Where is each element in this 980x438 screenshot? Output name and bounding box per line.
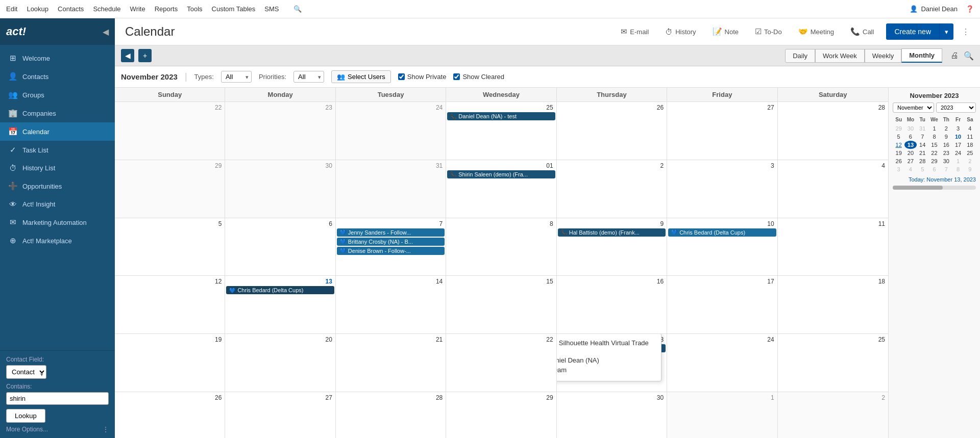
mini-day[interactable]: 5: [917, 165, 928, 173]
cal-cell-nov12[interactable]: 12: [115, 276, 225, 333]
mini-day[interactable]: 29: [928, 157, 940, 165]
sidebar-item-contacts[interactable]: 👤 Contacts: [0, 67, 115, 86]
event-brittany[interactable]: 💙 Brittany Crosby (NA) - B...: [337, 238, 445, 246]
mini-day[interactable]: 26: [893, 157, 904, 165]
mini-day[interactable]: 3: [893, 165, 904, 173]
menu-lookup[interactable]: Lookup: [27, 5, 48, 13]
types-select[interactable]: All: [221, 71, 252, 83]
cal-cell-nov25[interactable]: 25 📞 Daniel Dean (NA) - test: [446, 102, 556, 160]
lookup-button[interactable]: Lookup: [6, 409, 45, 423]
mini-day[interactable]: 14: [917, 141, 928, 149]
show-private-checkbox-label[interactable]: Show Private: [398, 73, 447, 81]
cal-cell-nov22[interactable]: 22: [446, 334, 556, 392]
mini-day[interactable]: 7: [940, 165, 952, 173]
show-cleared-checkbox-label[interactable]: Show Cleared: [453, 73, 504, 81]
event-shirin[interactable]: 📞 Shirin Saleen (demo) (Fra...: [447, 170, 555, 178]
mini-day[interactable]: 30: [940, 157, 952, 165]
cal-cell-oct24[interactable]: 24: [336, 102, 446, 160]
mini-day[interactable]: 2: [964, 157, 976, 165]
mini-day[interactable]: 1: [928, 124, 940, 133]
cal-cell-nov29[interactable]: 29: [446, 392, 556, 438]
cal-cell-nov19[interactable]: 19: [115, 334, 225, 392]
cal-cell-nov10[interactable]: 10 💙 Chris Bedard (Delta Cups): [667, 218, 777, 276]
mini-day[interactable]: 9: [964, 165, 976, 173]
cal-cell-oct22[interactable]: 22: [115, 102, 225, 160]
mini-day[interactable]: 19: [893, 149, 904, 157]
sidebar-collapse-icon[interactable]: ◀: [103, 27, 109, 37]
cal-cell-nov16[interactable]: 16: [557, 276, 667, 333]
mini-day[interactable]: 24: [952, 149, 964, 157]
cal-cell-oct30[interactable]: 30: [225, 160, 335, 218]
mini-day[interactable]: 1: [952, 157, 964, 165]
mini-day[interactable]: 12: [893, 141, 904, 149]
mini-day-today[interactable]: 13: [904, 141, 916, 149]
view-workweek-button[interactable]: Work Week: [815, 49, 865, 63]
cal-cell-nov26[interactable]: 26: [115, 392, 225, 438]
mini-month-select[interactable]: November: [893, 102, 934, 113]
cal-cell-dec02[interactable]: 2: [778, 392, 888, 438]
cal-cell-nov18[interactable]: 18: [778, 276, 888, 333]
cal-cell-nov28[interactable]: 28: [778, 102, 888, 160]
mini-day[interactable]: 8: [952, 165, 964, 173]
select-users-button[interactable]: 👥 Select Users: [331, 70, 391, 83]
menu-reports[interactable]: Reports: [155, 5, 178, 13]
mini-day[interactable]: 6: [928, 165, 940, 173]
contact-field-select[interactable]: Contact: [6, 365, 46, 379]
app-logo[interactable]: act!: [6, 25, 26, 38]
sidebar-item-history-list[interactable]: ⏱ History List: [0, 159, 115, 177]
call-button[interactable]: 📞 Call: [846, 25, 878, 38]
cal-cell-nov26[interactable]: 26: [557, 102, 667, 160]
contains-input[interactable]: [6, 392, 109, 405]
cal-cell-oct23[interactable]: 23: [225, 102, 335, 160]
cal-next-button[interactable]: +: [138, 49, 152, 62]
menu-tools[interactable]: Tools: [187, 5, 202, 13]
create-new-dropdown-button[interactable]: ▾: [939, 23, 953, 40]
cal-prev-button[interactable]: ◀: [121, 49, 134, 62]
mini-cal-scrollbar[interactable]: [893, 186, 976, 190]
mini-day[interactable]: 28: [917, 157, 928, 165]
mini-day[interactable]: 10: [952, 133, 964, 141]
mini-day[interactable]: 20: [904, 149, 916, 157]
mini-day[interactable]: 8: [928, 133, 940, 141]
cal-cell-nov25b[interactable]: 25: [778, 334, 888, 392]
cal-cell-oct29[interactable]: 29: [115, 160, 225, 218]
sidebar-item-companies[interactable]: 🏢 Companies: [0, 104, 115, 122]
menu-write[interactable]: Write: [130, 5, 145, 13]
event-chris-meeting[interactable]: 💙 Chris Bedard (Delta Cups): [226, 286, 334, 294]
event-hal[interactable]: 📞 Hal Battisto (demo) (Frank...: [558, 228, 666, 237]
cal-cell-nov02[interactable]: 2: [557, 160, 667, 218]
cal-cell-nov14[interactable]: 14: [336, 276, 446, 333]
cal-cell-nov27b[interactable]: 27: [225, 392, 335, 438]
meeting-button[interactable]: 🤝 Meeting: [794, 25, 838, 38]
view-monthly-button[interactable]: Monthly: [901, 48, 942, 63]
mini-day[interactable]: 22: [928, 149, 940, 157]
cal-cell-nov04[interactable]: 4: [778, 160, 888, 218]
mini-day[interactable]: 25: [964, 149, 976, 157]
mini-day[interactable]: 29: [893, 124, 904, 133]
create-new-button[interactable]: Create new: [886, 23, 939, 40]
cal-cell-dec01[interactable]: 1: [667, 392, 777, 438]
event-chris-todo[interactable]: 💙 Chris Bedard (Delta Cups): [668, 228, 776, 237]
mini-day[interactable]: 18: [964, 141, 976, 149]
event-jenny[interactable]: 💙 Jenny Sanders - Follow...: [337, 228, 445, 237]
more-options[interactable]: More Options... ⋮: [6, 426, 109, 433]
event-daniel-test[interactable]: 📞 Daniel Dean (NA) - test: [447, 112, 555, 120]
menu-custom-tables[interactable]: Custom Tables: [212, 5, 256, 13]
mini-day[interactable]: 30: [904, 124, 916, 133]
cal-cell-nov13[interactable]: 13 💙 Chris Bedard (Delta Cups): [225, 276, 335, 333]
toolbar-more-icon[interactable]: ⋮: [962, 27, 970, 37]
email-button[interactable]: ✉ E-mail: [617, 25, 653, 38]
search-icon[interactable]: 🔍: [293, 5, 302, 13]
priorities-select[interactable]: All: [293, 71, 324, 83]
sidebar-item-task-list[interactable]: ✓ Task List: [0, 141, 115, 159]
sidebar-item-calendar[interactable]: 📅 Calendar: [0, 122, 115, 141]
cal-cell-nov24[interactable]: 24: [667, 334, 777, 392]
mini-day[interactable]: 27: [904, 157, 916, 165]
cal-search-icon[interactable]: 🔍: [964, 51, 974, 61]
view-weekly-button[interactable]: Weekly: [865, 49, 901, 63]
print-icon[interactable]: 🖨: [950, 51, 959, 61]
sidebar-item-groups[interactable]: 👥 Groups: [0, 86, 115, 104]
menu-sms[interactable]: SMS: [264, 5, 279, 13]
mini-day[interactable]: 31: [917, 124, 928, 133]
sidebar-item-marketing[interactable]: ✉ Marketing Automation: [0, 213, 115, 231]
